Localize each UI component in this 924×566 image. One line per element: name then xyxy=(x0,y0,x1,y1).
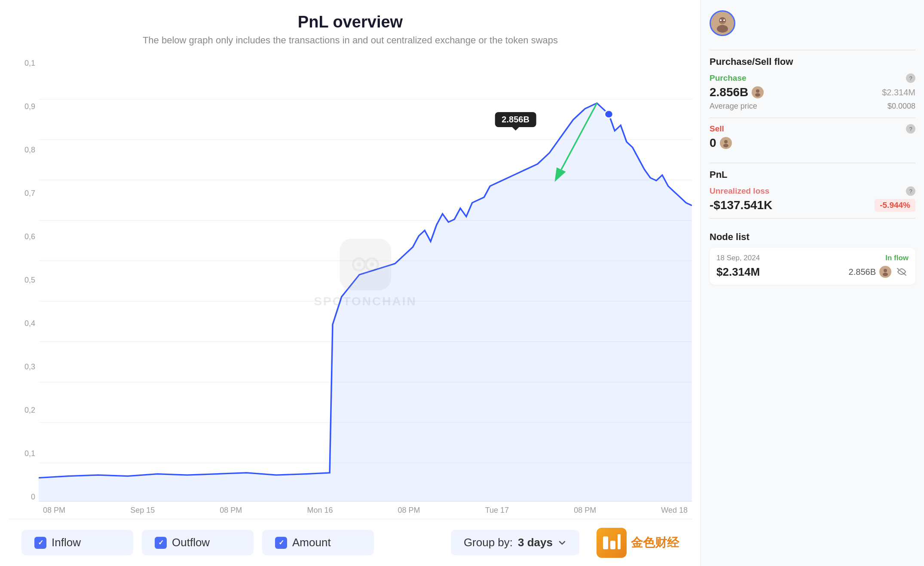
outflow-label: Outflow xyxy=(172,536,210,549)
x-label-6: 08 PM xyxy=(574,506,596,515)
purchase-amount: 2.856B xyxy=(710,85,764,99)
purchase-sell-title: Purchase/Sell flow xyxy=(710,56,915,67)
legend-outflow[interactable]: Outflow xyxy=(142,530,254,555)
svg-rect-17 xyxy=(610,541,615,549)
unrealized-label-row: Unrealized loss ? xyxy=(710,186,915,196)
purchase-label-row: Purchase ? xyxy=(710,73,915,83)
legend-inflow[interactable]: Inflow xyxy=(21,530,133,555)
sell-help-icon[interactable]: ? xyxy=(906,124,915,134)
right-panel: Purchase/Sell flow Purchase ? 2.856B xyxy=(701,0,924,566)
x-label-1: Sep 15 xyxy=(130,506,155,515)
legend-amount[interactable]: Amount xyxy=(262,530,374,555)
purchase-item: Purchase ? 2.856B $2.314M xyxy=(710,73,915,111)
svg-point-28 xyxy=(883,273,888,276)
y-label-6: 0,4 xyxy=(24,319,35,328)
chart-wrapper: 0,1 0,9 0,8 0,7 0,6 0,5 0,4 0,3 0,2 0,1 … xyxy=(9,59,692,519)
avatar-area xyxy=(710,10,915,36)
node-list-title: Node list xyxy=(710,231,915,243)
sell-amount: 0 xyxy=(710,136,732,150)
node-token-row: 2.856B xyxy=(849,265,909,279)
node-inflow-label: In flow xyxy=(885,254,909,262)
pnl-title: PnL xyxy=(710,169,915,180)
node-list-section: Node list 18 Sep, 2024 In flow $2.314M 2… xyxy=(710,225,915,285)
purchase-label: Purchase xyxy=(710,73,747,83)
unrealized-label: Unrealized loss xyxy=(710,186,769,196)
svg-point-24 xyxy=(755,93,760,97)
node-date-row: 18 Sep, 2024 In flow xyxy=(716,254,909,262)
node-token: 2.856B xyxy=(849,267,876,277)
jinse-text: 金色财经 xyxy=(631,535,679,551)
purchase-help-icon[interactable]: ? xyxy=(906,73,915,83)
node-item: 18 Sep, 2024 In flow $2.314M 2.856B xyxy=(710,248,915,285)
jinse-logo: 金色财经 xyxy=(597,528,679,558)
chart-section: PnL overview The below graph only includ… xyxy=(0,0,701,566)
inflow-checkbox[interactable] xyxy=(34,537,46,549)
eye-off-icon[interactable] xyxy=(895,265,909,279)
x-axis: 08 PM Sep 15 08 PM Mon 16 08 PM Tue 17 0… xyxy=(39,502,692,519)
svg-rect-18 xyxy=(618,534,621,549)
jinse-icon xyxy=(597,528,627,558)
sell-label: Sell xyxy=(710,124,724,134)
y-label-0: 0,1 xyxy=(24,59,35,68)
amount-checkbox[interactable] xyxy=(275,537,287,549)
svg-rect-16 xyxy=(603,536,608,549)
node-avatar xyxy=(879,266,891,278)
watermark-text: SPOTONCHAIN xyxy=(314,294,416,308)
group-by-button[interactable]: Group by: 3 days xyxy=(451,530,579,555)
x-label-5: Tue 17 xyxy=(485,506,509,515)
x-label-0: 08 PM xyxy=(43,506,65,515)
inflow-label: Inflow xyxy=(52,536,81,549)
purchase-usd: $2.314M xyxy=(882,88,915,97)
chevron-down-icon xyxy=(558,539,566,547)
purchase-value-row: 2.856B $2.314M xyxy=(710,85,915,99)
x-label-2: 08 PM xyxy=(220,506,242,515)
avatar xyxy=(710,10,735,36)
panel-divider-3 xyxy=(710,163,915,163)
svg-point-2 xyxy=(357,262,361,266)
sell-value-row: 0 xyxy=(710,136,915,150)
svg-point-23 xyxy=(756,89,759,93)
pnl-value-row: -$137.541K -5.944% xyxy=(710,198,915,212)
svg-point-27 xyxy=(884,269,887,272)
y-label-4: 0,6 xyxy=(24,232,35,241)
pnl-percent: -5.944% xyxy=(875,199,915,212)
chart-plot: SPOTONCHAIN xyxy=(39,59,692,502)
y-label-3: 0,7 xyxy=(24,189,35,198)
y-label-5: 0,5 xyxy=(24,276,35,285)
svg-point-25 xyxy=(724,140,728,143)
watermark: SPOTONCHAIN xyxy=(314,238,416,308)
y-label-1: 0,9 xyxy=(24,102,35,111)
svg-point-22 xyxy=(723,19,725,21)
chart-dot xyxy=(605,110,613,118)
amount-label: Amount xyxy=(292,536,331,549)
watermark-icon xyxy=(340,238,391,290)
x-label-3: Mon 16 xyxy=(307,506,333,515)
group-by-value: 3 days xyxy=(518,536,553,549)
sell-label-row: Sell ? xyxy=(710,124,915,134)
svg-point-21 xyxy=(720,19,722,21)
panel-divider-2 xyxy=(710,118,915,118)
y-label-7: 0,3 xyxy=(24,362,35,371)
svg-point-26 xyxy=(723,144,728,147)
panel-divider-1 xyxy=(710,50,915,50)
pnl-section: PnL Unrealized loss ? -$137.541K -5.944% xyxy=(710,169,915,212)
y-label-10: 0 xyxy=(31,493,35,502)
pnl-value: -$137.541K xyxy=(710,198,772,212)
x-label-4: 08 PM xyxy=(398,506,420,515)
chart-tooltip: 2.856B xyxy=(495,112,536,127)
sell-item: Sell ? 0 xyxy=(710,124,915,150)
x-label-7: Wed 18 xyxy=(661,506,688,515)
avg-price-label: Average price xyxy=(710,102,757,111)
avg-price-row: Average price $0.0008 xyxy=(710,102,915,111)
y-label-8: 0,2 xyxy=(24,406,35,415)
page-title: PnL overview xyxy=(9,13,692,31)
sell-avatar xyxy=(720,137,732,149)
svg-point-3 xyxy=(370,262,374,266)
purchase-sell-section: Purchase/Sell flow Purchase ? 2.856B xyxy=(710,56,915,157)
node-value-row: $2.314M 2.856B xyxy=(716,265,909,279)
purchase-avatar xyxy=(752,86,764,98)
y-label-2: 0,8 xyxy=(24,146,35,155)
outflow-checkbox[interactable] xyxy=(155,537,167,549)
page-subtitle: The below graph only includes the transa… xyxy=(9,35,692,46)
unrealized-help-icon[interactable]: ? xyxy=(906,186,915,196)
